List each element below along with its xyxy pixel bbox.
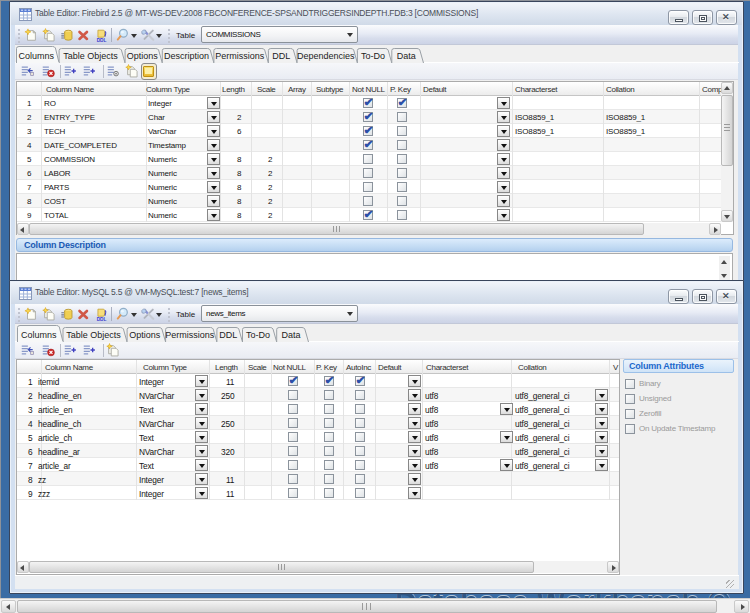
svg-text:Columns: Columns: [19, 51, 55, 61]
svg-text:Columns: Columns: [21, 330, 57, 340]
svg-text:DDL: DDL: [272, 51, 290, 61]
svg-text:Description: Description: [164, 51, 209, 61]
svg-text:Dependencies: Dependencies: [297, 51, 355, 61]
svg-text:To-Do: To-Do: [361, 51, 385, 61]
svg-text:Table Objects: Table Objects: [63, 51, 118, 61]
svg-text:Options: Options: [129, 330, 161, 340]
svg-text:To-Do: To-Do: [246, 330, 270, 340]
svg-text:Options: Options: [127, 51, 159, 61]
svg-text:DDL: DDL: [219, 330, 237, 340]
svg-text:Table Objects: Table Objects: [66, 330, 121, 340]
svg-text:Data: Data: [397, 51, 416, 61]
svg-text:Permissions: Permissions: [165, 330, 215, 340]
svg-text:Data: Data: [282, 330, 301, 340]
svg-text:Permissions: Permissions: [215, 51, 265, 61]
